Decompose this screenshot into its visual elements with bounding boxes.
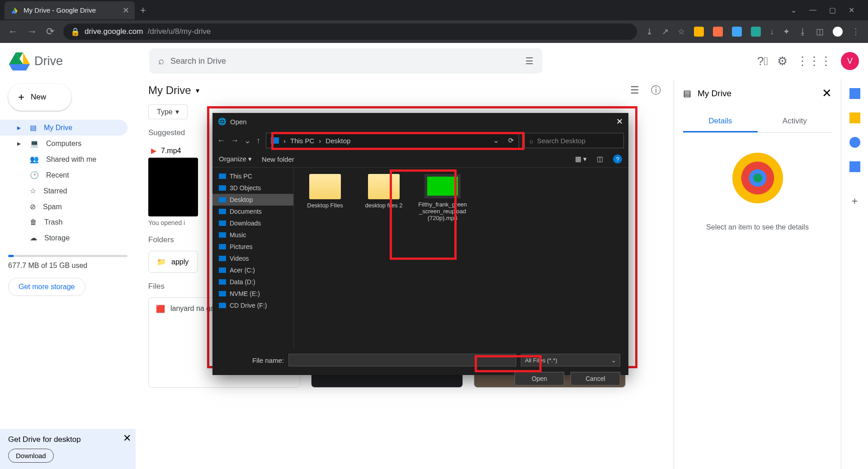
- maximize-button[interactable]: ▢: [829, 6, 836, 14]
- svg-point-12: [753, 174, 762, 183]
- new-folder-button[interactable]: New folder: [262, 155, 294, 163]
- drive-icon: ▤: [683, 88, 691, 98]
- extension-4-icon[interactable]: [751, 27, 761, 37]
- forward-button[interactable]: →: [27, 26, 37, 38]
- folder-small-icon: [219, 303, 226, 308]
- drive-header: Drive ⌕ Search in Drive ☰ ?⃝ ⚙ ⋮⋮⋮ V: [0, 43, 868, 79]
- tune-icon[interactable]: ☰: [525, 56, 533, 66]
- more-menu-icon[interactable]: ⋮: [852, 27, 860, 37]
- keep-icon[interactable]: [849, 113, 860, 123]
- view-options-icon[interactable]: ▦ ▾: [575, 155, 587, 163]
- video-icon: ▶: [151, 146, 156, 155]
- info-icon[interactable]: ⓘ: [651, 84, 661, 97]
- dialog-close-button[interactable]: ✕: [616, 117, 623, 127]
- preview-pane-icon[interactable]: ◫: [597, 155, 603, 163]
- search-placeholder: Search in Drive: [170, 56, 226, 66]
- tree-item[interactable]: Music: [212, 229, 293, 241]
- nav-item-starred[interactable]: ☆Starred: [0, 183, 127, 199]
- tree-item[interactable]: This PC: [212, 170, 293, 182]
- tree-item[interactable]: Desktop: [212, 194, 293, 206]
- nav-item-my-drive[interactable]: ▸▤My Drive: [0, 120, 127, 136]
- install-icon[interactable]: ⤓: [646, 27, 653, 37]
- organize-button[interactable]: Organize ▾: [219, 155, 252, 163]
- folder-item[interactable]: 📁 apply: [148, 251, 198, 273]
- extension-icons: ⤓ ↗ ☆ ↓ ✦ ⭳ ◫ ⋮: [646, 27, 860, 37]
- reload-button[interactable]: ⟳: [46, 26, 54, 38]
- cancel-button[interactable]: Cancel: [571, 372, 620, 385]
- tasks-icon[interactable]: [849, 137, 860, 148]
- tree-item[interactable]: Acer (C:): [212, 264, 293, 276]
- close-panel-button[interactable]: ✕: [822, 86, 832, 100]
- apps-icon[interactable]: ⋮⋮⋮: [797, 54, 832, 68]
- svg-marker-5: [23, 52, 30, 64]
- tab-close-icon[interactable]: ✕: [123, 5, 129, 15]
- tree-item[interactable]: Downloads: [212, 217, 293, 229]
- tree-item[interactable]: Videos: [212, 253, 293, 264]
- bookmark-icon[interactable]: ☆: [678, 27, 685, 37]
- back-button[interactable]: ←: [217, 136, 225, 145]
- new-tab-button[interactable]: +: [140, 5, 146, 16]
- tree-item[interactable]: Data (D:): [212, 276, 293, 288]
- highlight-path: [271, 132, 524, 150]
- nav-item-storage[interactable]: ☁Storage: [0, 230, 127, 246]
- dialog-toolbar: Organize ▾ New folder ▦ ▾ ◫ ?: [212, 151, 628, 168]
- recent-button[interactable]: ⌄: [244, 136, 251, 145]
- profile-avatar-icon[interactable]: [833, 27, 843, 37]
- open-button[interactable]: Open: [514, 372, 564, 385]
- promo-close-button[interactable]: ✕: [123, 432, 131, 444]
- nav-item-recent[interactable]: 🕑Recent: [0, 167, 127, 183]
- promo-download-button[interactable]: Download: [8, 449, 54, 463]
- minimize-button[interactable]: —: [809, 6, 816, 14]
- tab-details[interactable]: Details: [683, 111, 758, 132]
- nav-item-shared-with-me[interactable]: 👥Shared with me: [0, 151, 127, 167]
- back-button[interactable]: ←: [8, 26, 18, 38]
- help-icon[interactable]: ?: [613, 155, 622, 164]
- get-storage-button[interactable]: Get more storage: [8, 278, 85, 296]
- up-button[interactable]: ↑: [256, 136, 260, 145]
- contacts-icon[interactable]: [849, 161, 860, 172]
- settings-icon[interactable]: ⚙: [777, 54, 788, 68]
- folder-icon: 📁: [157, 258, 166, 266]
- folder-item[interactable]: Desktop FIles: [300, 174, 350, 209]
- lock-icon: 🔒: [71, 27, 80, 37]
- add-panel-button[interactable]: +: [851, 195, 858, 207]
- header-right: ?⃝ ⚙ ⋮⋮⋮ V: [757, 52, 859, 70]
- type-filter[interactable]: Type ▾: [148, 104, 188, 119]
- forward-button[interactable]: →: [231, 136, 239, 145]
- drive-logo[interactable]: Drive: [9, 52, 140, 70]
- folder-small-icon: [219, 220, 226, 226]
- search-bar[interactable]: ⌕ Search in Drive ☰: [149, 48, 542, 74]
- user-avatar[interactable]: V: [841, 52, 859, 70]
- nav-item-trash[interactable]: 🗑Trash: [0, 215, 127, 230]
- svg-marker-7: [9, 64, 30, 70]
- list-view-icon[interactable]: ☰: [630, 84, 639, 96]
- chevron-down-icon[interactable]: ⌄: [791, 6, 797, 14]
- tab-activity[interactable]: Activity: [758, 111, 832, 132]
- new-button[interactable]: + New: [8, 84, 71, 111]
- suggested-card[interactable]: ▶7.mp4 You opened i: [148, 144, 198, 226]
- share-icon[interactable]: ↗: [662, 27, 669, 37]
- tree-item[interactable]: CD Drive (F:): [212, 300, 293, 311]
- tree-item[interactable]: Documents: [212, 206, 293, 217]
- tree-item[interactable]: 3D Objects: [212, 182, 293, 194]
- plus-icon: +: [18, 91, 24, 103]
- close-window-button[interactable]: ✕: [849, 6, 854, 14]
- chevron-down-icon: ▾: [175, 108, 179, 116]
- sidepanel-icon[interactable]: ◫: [816, 27, 824, 37]
- extension-1-icon[interactable]: [694, 27, 704, 37]
- tree-item[interactable]: NVME (E:): [212, 288, 293, 300]
- chevron-down-icon[interactable]: ▾: [196, 86, 199, 95]
- download-arrow-icon[interactable]: ↓: [770, 27, 774, 37]
- browser-tab[interactable]: My Drive - Google Drive ✕: [5, 1, 135, 19]
- extension-2-icon[interactable]: [713, 27, 723, 37]
- tree-item[interactable]: Pictures: [212, 241, 293, 253]
- calendar-icon[interactable]: [849, 88, 860, 99]
- extension-3-icon[interactable]: [732, 27, 742, 37]
- nav-item-spam[interactable]: ⊘Spam: [0, 199, 127, 215]
- help-icon[interactable]: ?⃝: [757, 54, 768, 68]
- nav-item-computers[interactable]: ▸💻Computers: [0, 136, 127, 151]
- url-input[interactable]: 🔒 drive.google.com/drive/u/8/my-drive: [63, 23, 637, 40]
- downloads-icon[interactable]: ⭳: [799, 27, 807, 37]
- puzzle-icon[interactable]: ✦: [783, 27, 790, 37]
- dialog-search[interactable]: ⌕ Search Desktop: [524, 133, 624, 148]
